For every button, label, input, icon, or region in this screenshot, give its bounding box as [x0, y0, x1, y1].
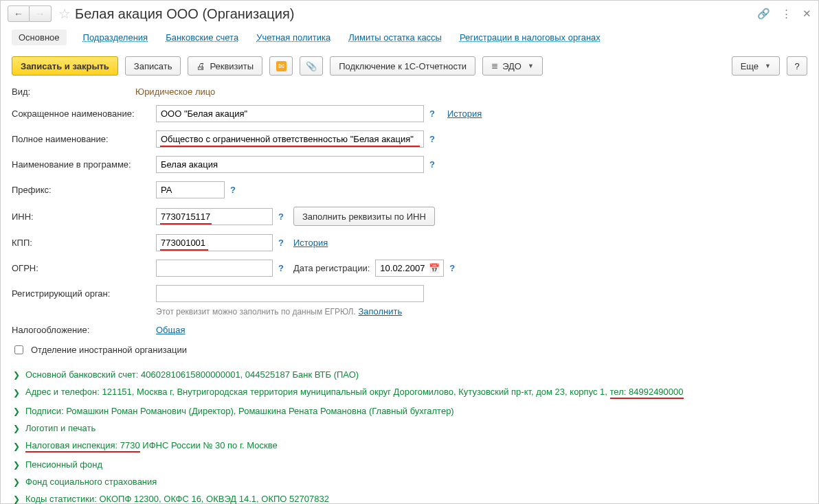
section-stats[interactable]: ❯ Коды статистики: ОКОПФ 12300, ОКФС 16,… [1, 490, 818, 504]
more-label: Еще [741, 61, 759, 71]
mail-button[interactable]: ✉ [269, 56, 293, 76]
connect-1c-button[interactable]: Подключение к 1С-Отчетности [330, 56, 475, 76]
short-name-input[interactable] [156, 105, 424, 122]
paperclip-icon: 📎 [306, 61, 317, 71]
tab-divisions[interactable]: Подразделения [82, 30, 150, 45]
section-address[interactable]: ❯ Адрес и телефон: 121151, Москва г, Вну… [1, 383, 818, 402]
tab-main[interactable]: Основное [12, 30, 67, 45]
edo-label: ЭДО [502, 61, 521, 71]
nav-forward-button[interactable]: → [30, 5, 52, 22]
section-logo-label: Логотип и печать [25, 423, 96, 433]
chevron-right-icon: ❯ [13, 388, 20, 398]
prog-name-input[interactable] [156, 156, 424, 173]
more-button[interactable]: Еще ▼ [732, 56, 780, 76]
page-title: Белая акация ООО (Организация) [75, 6, 757, 22]
section-tax-office[interactable]: ❯ Налоговая инспекция: 7730 ИФНС России … [1, 437, 818, 456]
ogrn-label: ОГРН: [12, 263, 135, 273]
attach-button[interactable]: 📎 [300, 56, 323, 76]
help-icon[interactable]: ? [278, 263, 284, 273]
chevron-right-icon: ❯ [13, 477, 20, 487]
reg-date-label: Дата регистрации: [293, 263, 370, 273]
prog-name-label: Наименование в программе: [12, 159, 156, 170]
requisites-label: Реквизиты [210, 61, 254, 71]
reg-body-input[interactable] [156, 285, 424, 302]
section-address-label: Адрес и телефон: 121151, Москва г, Внутр… [25, 387, 684, 399]
kpp-label: КПП: [12, 238, 135, 248]
tab-bank-accounts[interactable]: Банковские счета [164, 30, 240, 45]
ogrn-input[interactable] [156, 260, 273, 277]
tab-cash-limits[interactable]: Лимиты остатка кассы [347, 30, 443, 45]
star-icon[interactable]: ☆ [58, 5, 71, 22]
fill-by-inn-button[interactable]: Заполнить реквизиты по ИНН [293, 207, 435, 226]
help-icon[interactable]: ? [278, 211, 284, 222]
section-signatures-label: Подписи: Ромашкин Роман Романович (Дирек… [25, 406, 454, 416]
history-link[interactable]: История [447, 108, 482, 119]
tab-tax-registrations[interactable]: Регистрации в налоговых органах [458, 30, 602, 45]
section-pension[interactable]: ❯ Пенсионный фонд [1, 456, 818, 473]
save-button[interactable]: Записать [125, 56, 181, 76]
link-icon[interactable]: 🔗 [757, 8, 770, 20]
section-signatures[interactable]: ❯ Подписи: Ромашкин Роман Романович (Дир… [1, 402, 818, 420]
printer-icon: 🖨 [197, 61, 205, 71]
section-social-label: Фонд социального страхования [25, 477, 157, 487]
chevron-right-icon: ❯ [13, 460, 20, 470]
section-pension-label: Пенсионный фонд [25, 459, 102, 470]
nav-back-button[interactable]: ← [8, 5, 30, 22]
section-bank-account[interactable]: ❯ Основной банковский счет: 406028106158… [1, 366, 818, 383]
close-icon[interactable]: ✕ [803, 8, 811, 20]
edo-button[interactable]: ≣ ЭДО ▼ [482, 56, 543, 76]
section-bank-label: Основной банковский счет: 40602810615800… [25, 369, 359, 380]
tab-accounting-policy[interactable]: Учетная политика [255, 30, 332, 45]
help-button[interactable]: ? [787, 56, 807, 76]
requisites-button[interactable]: 🖨 Реквизиты [188, 56, 262, 76]
chevron-down-icon: ▼ [528, 62, 534, 69]
foreign-branch-label: Отделение иностранной организации [31, 345, 187, 355]
full-name-label: Полное наименование: [12, 134, 156, 144]
help-icon[interactable]: ? [449, 263, 455, 273]
chevron-right-icon: ❯ [13, 424, 20, 433]
chevron-right-icon: ❯ [13, 370, 20, 380]
help-icon[interactable]: ? [230, 185, 236, 195]
short-name-label: Сокращенное наименование: [12, 108, 156, 119]
chevron-right-icon: ❯ [13, 406, 20, 416]
help-icon[interactable]: ? [278, 238, 284, 248]
taxation-label: Налогообложение: [12, 325, 135, 335]
type-value: Юридическое лицо [135, 87, 215, 97]
kebab-menu-icon[interactable]: ⋮ [781, 8, 792, 20]
section-tax-office-label: Налоговая инспекция: 7730 ИФНС России № … [25, 440, 278, 453]
prefix-label: Префикс: [12, 185, 135, 195]
chevron-right-icon: ❯ [13, 494, 20, 504]
fill-link[interactable]: Заполнить [358, 306, 402, 317]
help-icon[interactable]: ? [429, 108, 435, 119]
inn-label: ИНН: [12, 211, 135, 222]
reg-date-input[interactable] [375, 260, 444, 277]
chevron-right-icon: ❯ [13, 442, 20, 451]
reg-hint: Этот реквизит можно заполнить по данным … [156, 307, 356, 317]
taxation-link[interactable]: Общая [156, 325, 186, 335]
save-and-close-button[interactable]: Записать и закрыть [12, 56, 118, 76]
prefix-input[interactable] [156, 181, 225, 198]
help-icon[interactable]: ? [429, 134, 435, 144]
section-stats-label: Коды статистики: ОКОПФ 12300, ОКФС 16, О… [25, 494, 329, 504]
arrow-left-icon: ← [14, 8, 23, 19]
reg-body-label: Регистрирующий орган: [12, 288, 156, 299]
foreign-branch-checkbox[interactable] [14, 345, 23, 354]
section-logo[interactable]: ❯ Логотип и печать [1, 420, 818, 437]
arrow-right-icon: → [36, 8, 45, 19]
edo-icon: ≣ [491, 61, 498, 71]
help-icon[interactable]: ? [429, 159, 435, 170]
type-label: Вид: [12, 87, 135, 97]
section-social[interactable]: ❯ Фонд социального страхования [1, 473, 818, 490]
chevron-down-icon: ▼ [765, 62, 771, 69]
mail-icon: ✉ [276, 61, 287, 71]
kpp-history-link[interactable]: История [293, 238, 328, 248]
